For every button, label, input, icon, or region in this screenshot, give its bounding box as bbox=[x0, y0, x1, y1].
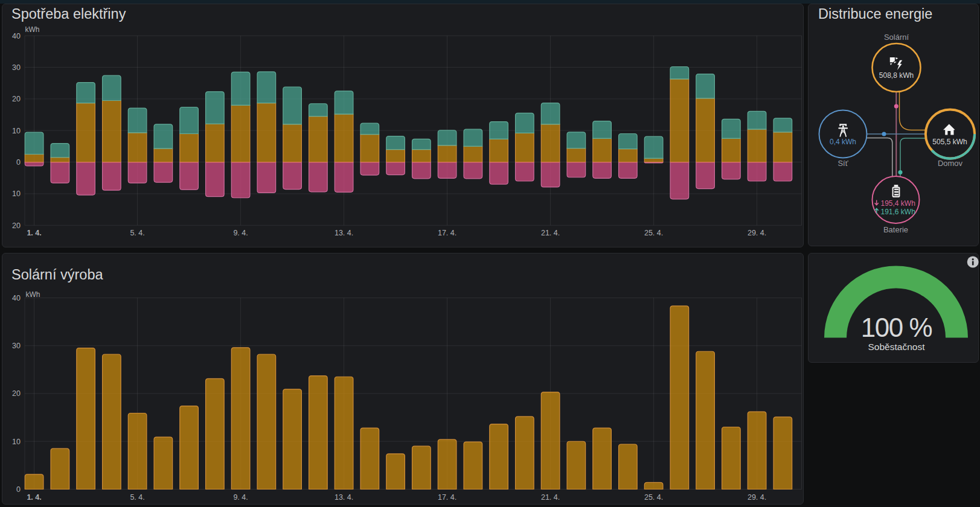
svg-text:17. 4.: 17. 4. bbox=[438, 493, 456, 502]
svg-text:191,6 kWh: 191,6 kWh bbox=[881, 208, 915, 216]
svg-text:30: 30 bbox=[12, 63, 21, 72]
svg-text:Distribuce energie: Distribuce energie bbox=[818, 6, 932, 22]
svg-text:21. 4.: 21. 4. bbox=[541, 229, 560, 237]
svg-text:Síť: Síť bbox=[837, 159, 848, 168]
svg-text:kWh: kWh bbox=[26, 290, 40, 299]
svg-text:1. 4.: 1. 4. bbox=[27, 229, 41, 237]
svg-text:Solární: Solární bbox=[884, 33, 909, 42]
svg-text:25. 4.: 25. 4. bbox=[644, 493, 663, 502]
svg-text:0: 0 bbox=[16, 158, 21, 167]
svg-text:Solární výroba: Solární výroba bbox=[11, 267, 103, 282]
svg-text:9. 4.: 9. 4. bbox=[233, 229, 248, 237]
svg-text:1. 4.: 1. 4. bbox=[27, 493, 41, 502]
svg-text:13. 4.: 13. 4. bbox=[335, 229, 353, 237]
svg-text:5. 4.: 5. 4. bbox=[130, 493, 144, 502]
svg-text:20: 20 bbox=[12, 222, 21, 230]
svg-text:40: 40 bbox=[12, 32, 21, 40]
svg-text:Spotřeba elektřiny: Spotřeba elektřiny bbox=[11, 6, 126, 22]
svg-text:0: 0 bbox=[16, 485, 21, 494]
svg-text:5. 4.: 5. 4. bbox=[130, 229, 144, 237]
svg-text:505,5 kWh: 505,5 kWh bbox=[932, 138, 967, 146]
svg-text:10: 10 bbox=[12, 127, 21, 135]
svg-text:20: 20 bbox=[12, 95, 21, 103]
svg-text:508,8 kWh: 508,8 kWh bbox=[879, 71, 914, 80]
svg-text:40: 40 bbox=[12, 294, 21, 302]
svg-text:20: 20 bbox=[12, 389, 21, 398]
svg-text:195,4 kWh: 195,4 kWh bbox=[881, 199, 915, 208]
svg-text:9. 4.: 9. 4. bbox=[233, 493, 248, 502]
svg-text:Baterie: Baterie bbox=[883, 225, 908, 234]
svg-text:10: 10 bbox=[12, 438, 21, 446]
svg-text:29. 4.: 29. 4. bbox=[748, 493, 766, 502]
svg-text:Soběstačnost: Soběstačnost bbox=[868, 342, 926, 352]
svg-text:100 %: 100 % bbox=[861, 313, 932, 342]
svg-text:kWh: kWh bbox=[25, 25, 40, 34]
svg-text:29. 4.: 29. 4. bbox=[748, 229, 766, 237]
svg-text:0,4 kWh: 0,4 kWh bbox=[830, 138, 856, 146]
svg-text:21. 4.: 21. 4. bbox=[541, 493, 560, 502]
svg-text:30: 30 bbox=[12, 342, 21, 350]
svg-text:Domov: Domov bbox=[938, 159, 963, 168]
svg-text:13. 4.: 13. 4. bbox=[335, 493, 353, 502]
svg-text:17. 4.: 17. 4. bbox=[438, 229, 456, 237]
svg-text:25. 4.: 25. 4. bbox=[644, 229, 663, 237]
svg-text:10: 10 bbox=[12, 190, 21, 198]
